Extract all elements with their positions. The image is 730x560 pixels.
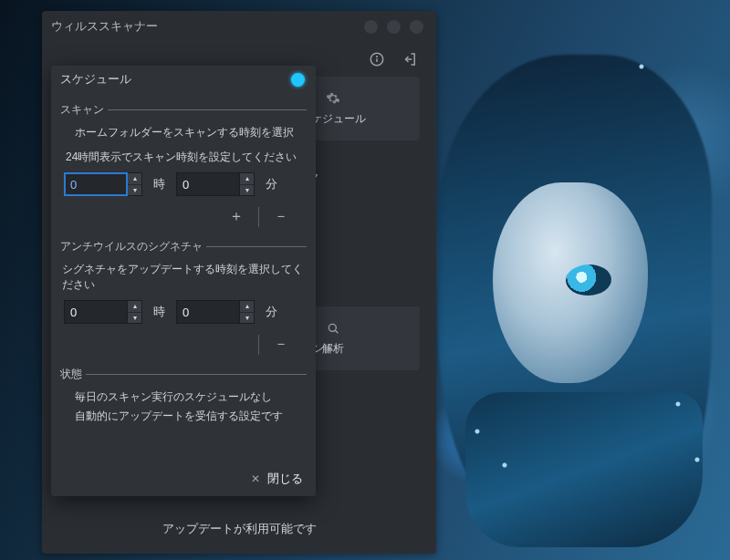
window-title: ウィルススキャナー — [51, 18, 158, 35]
scan-section: スキャン ホームフォルダーをスキャンする時刻を選択 24時間表示でスキャン時刻を… — [60, 102, 307, 230]
sig-min-down[interactable]: ▾ — [240, 313, 254, 324]
signature-section: アンチウイルスのシグネチャ シグネチャをアップデートする時刻を選択してください … — [60, 239, 307, 358]
status-line-2: 自動的にアップデートを受信する設定です — [62, 407, 305, 426]
scan-min-up[interactable]: ▴ — [240, 173, 254, 185]
signature-legend: アンチウイルスのシグネチャ — [60, 239, 206, 254]
window-maximize-button[interactable] — [387, 20, 401, 34]
info-icon[interactable] — [369, 51, 385, 67]
status-footer: アップデートが利用可能です — [42, 509, 436, 554]
minute-unit: 分 — [266, 177, 277, 192]
scan-min-down[interactable]: ▾ — [240, 185, 254, 196]
scan-remove-button[interactable]: － — [270, 205, 292, 228]
search-icon — [326, 321, 340, 336]
sig-hour-unit: 時 — [153, 305, 165, 320]
scan-add-button[interactable]: ＋ — [225, 205, 247, 228]
sig-remove-button[interactable]: － — [270, 333, 292, 356]
scan-hour-down[interactable]: ▾ — [128, 185, 141, 196]
svg-point-4 — [328, 324, 336, 331]
window-close-button[interactable] — [410, 20, 423, 34]
hour-unit: 時 — [153, 177, 165, 192]
dialog-title: スケジュール — [60, 71, 131, 88]
sig-hour-down[interactable]: ▾ — [128, 313, 141, 324]
scan-minute-input[interactable] — [176, 172, 240, 196]
scan-legend: スキャン — [60, 102, 108, 118]
sig-minute-spinner[interactable]: ▴▾ — [176, 300, 255, 324]
sig-minute-unit: 分 — [266, 305, 277, 320]
svg-point-2 — [377, 57, 378, 57]
status-line-1: 毎日のスキャン実行のスケジュールなし — [62, 388, 305, 407]
sig-min-up[interactable]: ▴ — [240, 301, 254, 313]
gear-icon — [326, 91, 340, 106]
scan-hour-up[interactable]: ▴ — [128, 173, 141, 185]
sig-minute-input[interactable] — [176, 300, 240, 324]
dialog-titlebar: スケジュール — [51, 66, 316, 93]
main-titlebar: ウィルススキャナー — [42, 11, 436, 42]
close-icon: ✕ — [251, 472, 260, 485]
status-section: 状態 毎日のスキャン実行のスケジュールなし 自動的にアップデートを受信する設定で… — [60, 367, 307, 426]
scan-hint-2: 24時間表示でスキャン時刻を設定してください — [62, 142, 305, 167]
signature-hint: シグネチャをアップデートする時刻を選択してください — [62, 260, 305, 295]
scan-hint-1: ホームフォルダーをスキャンする時刻を選択 — [62, 123, 305, 142]
schedule-dialog: スケジュール スキャン ホームフォルダーをスキャンする時刻を選択 24時間表示で… — [51, 66, 316, 496]
close-button[interactable]: 閉じる — [267, 471, 303, 487]
sig-hour-spinner[interactable]: ▴▾ — [64, 300, 142, 324]
scan-minute-spinner[interactable]: ▴▾ — [176, 172, 255, 196]
status-legend: 状態 — [60, 367, 86, 382]
dialog-close-dot[interactable] — [291, 73, 305, 87]
sig-hour-up[interactable]: ▴ — [128, 301, 141, 313]
sig-hour-input[interactable] — [64, 300, 128, 324]
scan-hour-spinner[interactable]: ▴▾ — [64, 172, 142, 196]
window-minimize-button[interactable] — [364, 20, 378, 34]
exit-icon[interactable] — [402, 51, 418, 67]
svg-line-5 — [335, 330, 338, 333]
scan-hour-input[interactable] — [64, 172, 128, 196]
